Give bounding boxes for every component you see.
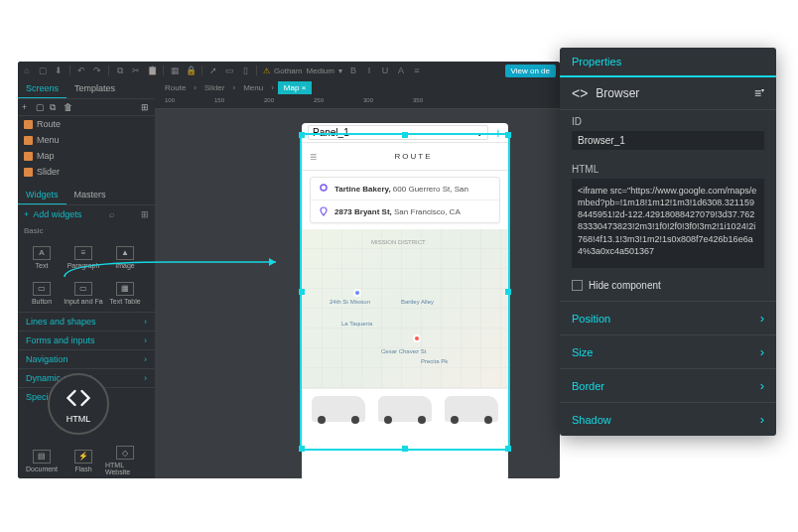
prop-border[interactable]: Border› xyxy=(560,368,776,402)
cat-forms[interactable]: Forms and inputs› xyxy=(18,331,155,349)
panel-dropdown-row: Panel_1⌄ + xyxy=(302,123,508,143)
lock-icon[interactable]: 🔒 xyxy=(186,66,196,75)
html-widget-badge[interactable]: HTML xyxy=(48,373,109,435)
component-type: Browser xyxy=(596,86,639,100)
group-icon[interactable]: ▦ xyxy=(170,66,180,75)
map-marker[interactable] xyxy=(413,334,421,342)
font-controls[interactable]: ⚠ Gotham Medium ▾ xyxy=(263,66,342,75)
expand-icon[interactable]: ⊞ xyxy=(141,209,149,219)
copy-icon[interactable]: ⧉ xyxy=(115,66,125,75)
map-poi: Precita Pk xyxy=(421,358,448,364)
route-title: ROUTE xyxy=(327,152,500,161)
view-on-device-button[interactable]: View on de xyxy=(505,65,556,77)
crumb-map[interactable]: Map × xyxy=(278,81,312,94)
add-icon[interactable]: + xyxy=(22,102,32,112)
search-icon[interactable]: ⌕ xyxy=(109,209,114,219)
tab-screens[interactable]: Screens xyxy=(18,79,66,98)
html-label: HTML xyxy=(560,158,776,177)
chevron-down-icon: ⌄ xyxy=(475,127,483,138)
new-icon[interactable]: ▢ xyxy=(38,66,48,75)
code-icon: <> xyxy=(572,85,588,101)
menu-icon[interactable]: ≡▾ xyxy=(754,86,764,100)
tree-item-menu[interactable]: Menu xyxy=(18,132,155,148)
car-thumb-2[interactable] xyxy=(378,396,432,422)
breadcrumb: Route› Slider› Menu› Map × xyxy=(155,79,560,95)
map-district-label: MISSION DISTRICT xyxy=(371,239,426,245)
home-icon[interactable]: ⌂ xyxy=(22,66,32,75)
main-toolbar: ⌂ ▢ ⬇ ↶ ↷ ⧉ ✂ 📋 ▦ 🔒 ➚ ▭ ▯ ⚠ Gotham Mediu… xyxy=(18,62,560,79)
folder-icon[interactable]: ▢ xyxy=(36,102,46,112)
basic-label: Basic xyxy=(18,223,155,238)
prop-shadow[interactable]: Shadow› xyxy=(560,402,776,436)
hamburger-icon[interactable]: ≡ xyxy=(310,150,319,164)
map-poi: Bartley Alley xyxy=(401,299,434,305)
car-thumb-3[interactable] xyxy=(445,396,498,422)
widget-button[interactable]: ▭Button xyxy=(22,276,62,310)
chevron-right-icon: › xyxy=(760,412,764,427)
add-widgets-row[interactable]: + Add widgets ⌕ ⊞ xyxy=(18,205,155,223)
checkbox[interactable] xyxy=(572,280,583,291)
phone-icon[interactable]: ▯ xyxy=(240,66,250,75)
id-input[interactable]: Browser_1 xyxy=(572,131,764,150)
cat-lines[interactable]: Lines and shapes› xyxy=(18,312,155,331)
map-embed[interactable]: MISSION DISTRICT 24th St Mission Bartley… xyxy=(302,229,508,388)
widgets-tabs: Widgets Masters xyxy=(18,186,155,205)
properties-header[interactable]: Properties xyxy=(560,48,776,77)
plus-icon: + xyxy=(24,209,29,219)
tab-widgets[interactable]: Widgets xyxy=(18,186,66,204)
screens-tabs: Screens Templates xyxy=(18,79,155,99)
device-icon[interactable]: ▭ xyxy=(224,66,234,75)
chevron-right-icon: › xyxy=(760,344,764,359)
tree-item-slider[interactable]: Slider xyxy=(18,164,155,180)
pin-icon xyxy=(319,206,329,216)
widget-grid-2: ▤Document ⚡Flash ◇HTML Website xyxy=(18,442,155,478)
component-type-row: <> Browser ≡▾ xyxy=(560,77,776,110)
widget-text[interactable]: AText xyxy=(22,240,62,274)
undo-icon[interactable]: ↶ xyxy=(76,66,86,75)
panel-select[interactable]: Panel_1⌄ xyxy=(308,125,488,140)
expand-icon[interactable]: ⊞ xyxy=(141,102,151,112)
prop-size[interactable]: Size› xyxy=(560,334,776,368)
crumb-menu[interactable]: Menu xyxy=(239,83,267,92)
chevron-right-icon: › xyxy=(760,378,764,393)
address-row-2[interactable]: 2873 Bryant St, San Francisco, CA xyxy=(311,200,499,222)
redo-icon[interactable]: ↷ xyxy=(92,66,102,75)
address-row-1[interactable]: Tartine Bakery, 600 Guerrero St, San xyxy=(311,178,499,200)
hide-component-row[interactable]: Hide component xyxy=(560,276,776,301)
crumb-route[interactable]: Route xyxy=(161,83,190,92)
phone-mockup[interactable]: Panel_1⌄ + ≡ ROUTE Tartine Bakery, 600 G… xyxy=(302,123,508,478)
pin-icon xyxy=(319,184,329,194)
cat-navigation[interactable]: Navigation› xyxy=(18,349,155,368)
italic-icon[interactable]: I xyxy=(364,66,374,75)
tree-item-map[interactable]: Map xyxy=(18,148,155,164)
widget-flash[interactable]: ⚡Flash xyxy=(64,444,103,477)
route-header: ≡ ROUTE xyxy=(302,143,508,171)
address-card: Tartine Bakery, 600 Guerrero St, San 287… xyxy=(310,177,500,223)
delete-icon[interactable]: 🗑 xyxy=(64,102,73,112)
tab-masters[interactable]: Masters xyxy=(66,186,114,204)
paste-icon[interactable]: 📋 xyxy=(147,66,157,75)
tree-item-route[interactable]: Route xyxy=(18,116,155,132)
save-icon[interactable]: ⬇ xyxy=(54,66,64,75)
code-icon xyxy=(65,384,92,412)
widget-document[interactable]: ▤Document xyxy=(22,444,62,477)
properties-panel: Properties <> Browser ≡▾ ID Browser_1 HT… xyxy=(560,48,776,436)
crumb-slider[interactable]: Slider xyxy=(200,83,228,92)
cut-icon[interactable]: ✂ xyxy=(131,66,141,75)
bold-icon[interactable]: B xyxy=(348,66,358,75)
color-icon[interactable]: A xyxy=(396,66,406,75)
car-thumb-1[interactable] xyxy=(312,396,365,422)
tab-templates[interactable]: Templates xyxy=(66,79,123,98)
annotation-arrow xyxy=(60,262,288,264)
underline-icon[interactable]: U xyxy=(380,66,390,75)
prop-position[interactable]: Position› xyxy=(560,301,776,334)
widget-html-website[interactable]: ◇HTML Website xyxy=(105,444,145,477)
font-family: Gotham xyxy=(274,66,302,75)
map-poi: Cesar Chavez St xyxy=(381,348,426,354)
map-marker[interactable] xyxy=(353,289,361,297)
align-icon[interactable]: ≡ xyxy=(412,66,422,75)
html-textarea[interactable]: <iframe src="https://www.google.com/maps… xyxy=(572,179,764,268)
pointer-icon[interactable]: ➚ xyxy=(208,66,218,75)
add-panel-button[interactable]: + xyxy=(494,125,502,141)
duplicate-icon[interactable]: ⧉ xyxy=(50,102,60,112)
